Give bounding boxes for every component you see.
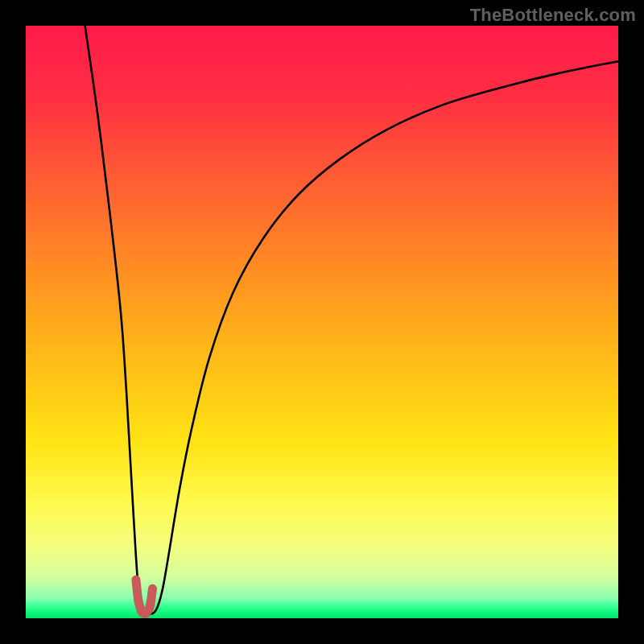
bottleneck-curve (85, 26, 618, 614)
chart-frame: TheBottleneck.com (0, 0, 644, 644)
plot-area (26, 26, 618, 618)
curve-layer (26, 26, 618, 618)
watermark-text: TheBottleneck.com (470, 5, 636, 26)
optimal-marker (136, 580, 153, 613)
